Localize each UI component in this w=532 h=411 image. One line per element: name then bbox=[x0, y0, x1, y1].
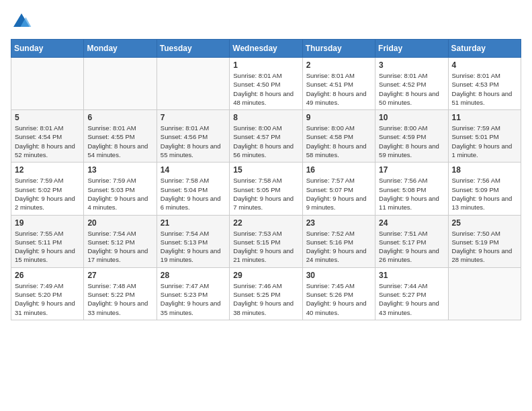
day-number: 23 bbox=[306, 218, 371, 228]
calendar-week-row: 26Sunrise: 7:49 AM Sunset: 5:20 PM Dayli… bbox=[11, 267, 521, 320]
day-number: 18 bbox=[452, 165, 517, 175]
day-number: 21 bbox=[161, 218, 226, 228]
calendar-day-cell bbox=[448, 267, 521, 320]
day-info: Sunrise: 7:48 AM Sunset: 5:22 PM Dayligh… bbox=[87, 281, 152, 317]
day-info: Sunrise: 7:46 AM Sunset: 5:25 PM Dayligh… bbox=[233, 281, 298, 317]
day-info: Sunrise: 8:01 AM Sunset: 4:50 PM Dayligh… bbox=[233, 71, 298, 107]
day-info: Sunrise: 7:47 AM Sunset: 5:23 PM Dayligh… bbox=[161, 281, 226, 317]
calendar-day-cell: 12Sunrise: 7:59 AM Sunset: 5:02 PM Dayli… bbox=[11, 163, 84, 215]
calendar-day-cell: 22Sunrise: 7:53 AM Sunset: 5:15 PM Dayli… bbox=[230, 215, 302, 267]
day-number: 30 bbox=[306, 271, 371, 280]
day-info: Sunrise: 7:50 AM Sunset: 5:19 PM Dayligh… bbox=[452, 229, 517, 265]
day-info: Sunrise: 8:01 AM Sunset: 4:51 PM Dayligh… bbox=[306, 71, 371, 107]
day-info: Sunrise: 8:01 AM Sunset: 4:54 PM Dayligh… bbox=[15, 124, 80, 159]
day-info: Sunrise: 7:59 AM Sunset: 5:03 PM Dayligh… bbox=[87, 176, 152, 212]
day-info: Sunrise: 7:54 AM Sunset: 5:13 PM Dayligh… bbox=[161, 229, 226, 265]
calendar-day-cell: 21Sunrise: 7:54 AM Sunset: 5:13 PM Dayli… bbox=[157, 215, 229, 267]
day-number: 26 bbox=[15, 271, 80, 280]
calendar-day-cell bbox=[84, 58, 157, 110]
weekday-header: Wednesday bbox=[230, 40, 302, 58]
day-info: Sunrise: 7:53 AM Sunset: 5:15 PM Dayligh… bbox=[233, 229, 298, 265]
day-info: Sunrise: 7:45 AM Sunset: 5:26 PM Dayligh… bbox=[306, 281, 371, 317]
calendar-day-cell: 30Sunrise: 7:45 AM Sunset: 5:26 PM Dayli… bbox=[302, 267, 375, 320]
calendar-day-cell: 7Sunrise: 8:01 AM Sunset: 4:56 PM Daylig… bbox=[157, 110, 229, 163]
calendar-day-cell: 17Sunrise: 7:56 AM Sunset: 5:08 PM Dayli… bbox=[375, 163, 448, 215]
calendar-day-cell: 14Sunrise: 7:58 AM Sunset: 5:04 PM Dayli… bbox=[157, 163, 229, 215]
calendar-day-cell: 31Sunrise: 7:44 AM Sunset: 5:27 PM Dayli… bbox=[375, 267, 448, 320]
calendar-day-cell: 28Sunrise: 7:47 AM Sunset: 5:23 PM Dayli… bbox=[157, 267, 229, 320]
day-info: Sunrise: 7:51 AM Sunset: 5:17 PM Dayligh… bbox=[379, 229, 444, 265]
day-number: 4 bbox=[452, 60, 517, 70]
day-info: Sunrise: 8:01 AM Sunset: 4:52 PM Dayligh… bbox=[379, 71, 444, 107]
day-info: Sunrise: 7:54 AM Sunset: 5:12 PM Dayligh… bbox=[87, 229, 152, 265]
day-number: 6 bbox=[87, 113, 152, 122]
day-number: 9 bbox=[306, 113, 371, 122]
calendar-table: SundayMondayTuesdayWednesdayThursdayFrid… bbox=[11, 39, 521, 320]
day-info: Sunrise: 7:52 AM Sunset: 5:16 PM Dayligh… bbox=[306, 229, 371, 265]
calendar-day-cell: 2Sunrise: 8:01 AM Sunset: 4:51 PM Daylig… bbox=[302, 58, 375, 110]
day-info: Sunrise: 7:55 AM Sunset: 5:11 PM Dayligh… bbox=[15, 229, 80, 265]
day-info: Sunrise: 7:57 AM Sunset: 5:07 PM Dayligh… bbox=[306, 176, 371, 212]
day-number: 10 bbox=[379, 113, 444, 122]
day-number: 3 bbox=[379, 60, 444, 70]
day-number: 7 bbox=[161, 113, 226, 122]
calendar-day-cell: 26Sunrise: 7:49 AM Sunset: 5:20 PM Dayli… bbox=[11, 267, 84, 320]
day-number: 20 bbox=[87, 218, 152, 228]
day-info: Sunrise: 8:00 AM Sunset: 4:58 PM Dayligh… bbox=[306, 124, 371, 159]
day-info: Sunrise: 8:01 AM Sunset: 4:55 PM Dayligh… bbox=[87, 124, 152, 159]
calendar-day-cell: 23Sunrise: 7:52 AM Sunset: 5:16 PM Dayli… bbox=[302, 215, 375, 267]
calendar-day-cell: 3Sunrise: 8:01 AM Sunset: 4:52 PM Daylig… bbox=[375, 58, 448, 110]
day-number: 22 bbox=[233, 218, 298, 228]
logo bbox=[11, 11, 35, 32]
day-number: 2 bbox=[306, 60, 371, 70]
calendar-day-cell: 29Sunrise: 7:46 AM Sunset: 5:25 PM Dayli… bbox=[230, 267, 302, 320]
day-info: Sunrise: 7:58 AM Sunset: 5:05 PM Dayligh… bbox=[233, 176, 298, 212]
weekday-header: Friday bbox=[375, 40, 448, 58]
day-number: 17 bbox=[379, 165, 444, 175]
day-number: 24 bbox=[379, 218, 444, 228]
calendar-day-cell: 24Sunrise: 7:51 AM Sunset: 5:17 PM Dayli… bbox=[375, 215, 448, 267]
page-header bbox=[11, 11, 521, 32]
weekday-header: Thursday bbox=[302, 40, 375, 58]
calendar-day-cell: 15Sunrise: 7:58 AM Sunset: 5:05 PM Dayli… bbox=[230, 163, 302, 215]
calendar-day-cell: 5Sunrise: 8:01 AM Sunset: 4:54 PM Daylig… bbox=[11, 110, 84, 163]
day-number: 25 bbox=[452, 218, 517, 228]
calendar-day-cell: 10Sunrise: 8:00 AM Sunset: 4:59 PM Dayli… bbox=[375, 110, 448, 163]
day-number: 29 bbox=[233, 271, 298, 280]
day-info: Sunrise: 7:44 AM Sunset: 5:27 PM Dayligh… bbox=[379, 281, 444, 317]
calendar-day-cell: 27Sunrise: 7:48 AM Sunset: 5:22 PM Dayli… bbox=[84, 267, 157, 320]
calendar-day-cell: 9Sunrise: 8:00 AM Sunset: 4:58 PM Daylig… bbox=[302, 110, 375, 163]
calendar-day-cell: 8Sunrise: 8:00 AM Sunset: 4:57 PM Daylig… bbox=[230, 110, 302, 163]
day-number: 28 bbox=[161, 271, 226, 280]
day-info: Sunrise: 7:56 AM Sunset: 5:08 PM Dayligh… bbox=[379, 176, 444, 212]
day-info: Sunrise: 8:01 AM Sunset: 4:56 PM Dayligh… bbox=[161, 124, 226, 159]
day-info: Sunrise: 7:59 AM Sunset: 5:01 PM Dayligh… bbox=[452, 124, 517, 159]
calendar-day-cell bbox=[157, 58, 229, 110]
day-info: Sunrise: 8:00 AM Sunset: 4:57 PM Dayligh… bbox=[233, 124, 298, 159]
weekday-header: Monday bbox=[84, 40, 157, 58]
calendar-week-row: 12Sunrise: 7:59 AM Sunset: 5:02 PM Dayli… bbox=[11, 163, 521, 215]
day-number: 27 bbox=[87, 271, 152, 280]
weekday-header: Tuesday bbox=[157, 40, 229, 58]
day-number: 11 bbox=[452, 113, 517, 122]
day-number: 14 bbox=[161, 165, 226, 175]
calendar-week-row: 19Sunrise: 7:55 AM Sunset: 5:11 PM Dayli… bbox=[11, 215, 521, 267]
calendar-day-cell: 16Sunrise: 7:57 AM Sunset: 5:07 PM Dayli… bbox=[302, 163, 375, 215]
logo-icon bbox=[11, 11, 32, 32]
day-info: Sunrise: 7:58 AM Sunset: 5:04 PM Dayligh… bbox=[161, 176, 226, 212]
day-info: Sunrise: 8:01 AM Sunset: 4:53 PM Dayligh… bbox=[452, 71, 517, 107]
calendar-day-cell: 13Sunrise: 7:59 AM Sunset: 5:03 PM Dayli… bbox=[84, 163, 157, 215]
weekday-header: Saturday bbox=[448, 40, 521, 58]
day-info: Sunrise: 7:59 AM Sunset: 5:02 PM Dayligh… bbox=[15, 176, 80, 212]
calendar-day-cell: 1Sunrise: 8:01 AM Sunset: 4:50 PM Daylig… bbox=[230, 58, 302, 110]
day-number: 19 bbox=[15, 218, 80, 228]
day-info: Sunrise: 7:49 AM Sunset: 5:20 PM Dayligh… bbox=[15, 281, 80, 317]
day-info: Sunrise: 7:56 AM Sunset: 5:09 PM Dayligh… bbox=[452, 176, 517, 212]
day-number: 5 bbox=[15, 113, 80, 122]
calendar-header-row: SundayMondayTuesdayWednesdayThursdayFrid… bbox=[11, 40, 521, 58]
day-number: 8 bbox=[233, 113, 298, 122]
calendar-week-row: 1Sunrise: 8:01 AM Sunset: 4:50 PM Daylig… bbox=[11, 58, 521, 110]
calendar-day-cell: 19Sunrise: 7:55 AM Sunset: 5:11 PM Dayli… bbox=[11, 215, 84, 267]
day-number: 13 bbox=[87, 165, 152, 175]
calendar-week-row: 5Sunrise: 8:01 AM Sunset: 4:54 PM Daylig… bbox=[11, 110, 521, 163]
